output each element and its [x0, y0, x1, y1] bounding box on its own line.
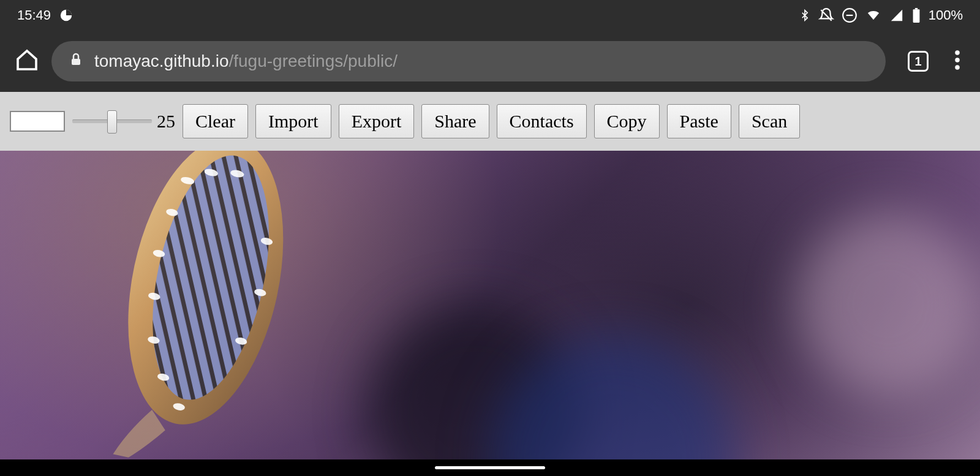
brush-size-slider[interactable] — [72, 119, 152, 123]
tab-count-value: 1 — [914, 55, 921, 69]
svg-point-8 — [955, 65, 960, 70]
svg-rect-4 — [915, 8, 918, 9]
nav-handle[interactable] — [435, 466, 545, 469]
svg-point-7 — [955, 58, 960, 62]
battery-percentage: 100% — [929, 7, 963, 23]
svg-point-6 — [955, 50, 960, 55]
brush-size-value: 25 — [157, 111, 175, 132]
brush-size-control: 25 — [72, 111, 175, 132]
svg-rect-3 — [913, 9, 919, 23]
url-bar[interactable]: tomayac.github.io/fugu-greetings/public/ — [51, 41, 886, 81]
browser-menu-icon[interactable] — [954, 49, 960, 74]
no-disturb-circle-icon — [842, 7, 858, 23]
import-button[interactable]: Import — [255, 104, 331, 138]
android-status-bar: 15:49 100% — [0, 0, 980, 31]
dnd-icon — [818, 7, 834, 23]
share-button[interactable]: Share — [421, 104, 489, 138]
url-domain: tomayac.github.io — [94, 51, 228, 71]
svg-rect-5 — [72, 59, 80, 65]
status-left: 15:49 — [17, 7, 73, 23]
drawing-canvas[interactable] — [0, 151, 980, 459]
url-text: tomayac.github.io/fugu-greetings/public/ — [94, 51, 398, 71]
paste-button[interactable]: Paste — [667, 104, 731, 138]
browser-omnibar: tomayac.github.io/fugu-greetings/public/… — [0, 31, 980, 92]
android-nav-bar — [0, 459, 980, 476]
status-right: 100% — [799, 7, 963, 23]
browser-indicator-icon — [59, 9, 73, 22]
contacts-button[interactable]: Contacts — [497, 104, 587, 138]
background-blur — [796, 212, 980, 396]
cell-signal-icon — [889, 9, 904, 22]
tab-switcher[interactable]: 1 — [908, 51, 929, 72]
slider-thumb[interactable] — [107, 110, 117, 134]
lock-icon — [69, 51, 83, 72]
fish-image — [40, 151, 363, 459]
copy-button[interactable]: Copy — [594, 104, 660, 138]
wifi-icon — [865, 9, 882, 22]
bluetooth-icon — [799, 7, 811, 23]
app-toolbar: 25 Clear Import Export Share Contacts Co… — [0, 92, 980, 151]
url-path: /fugu-greetings/public/ — [228, 51, 398, 71]
status-time: 15:49 — [17, 7, 51, 23]
battery-icon — [911, 7, 921, 23]
scan-button[interactable]: Scan — [739, 104, 800, 138]
clear-button[interactable]: Clear — [183, 104, 248, 138]
home-icon[interactable] — [15, 48, 39, 75]
color-picker[interactable] — [10, 111, 65, 132]
export-button[interactable]: Export — [339, 104, 415, 138]
